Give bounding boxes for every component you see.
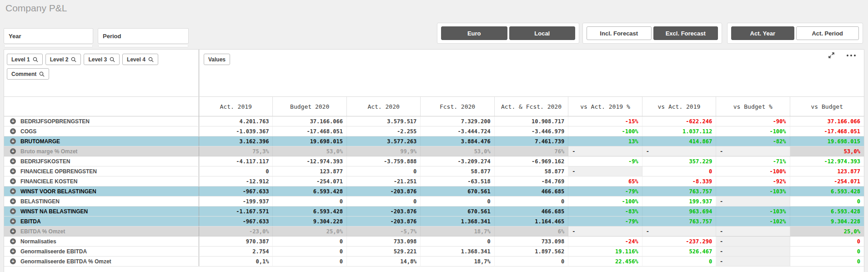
row-label-cell[interactable]: BELASTINGEN [4,196,199,206]
year-filter[interactable]: Year [4,28,93,44]
value-cell: 0 [421,237,494,246]
value-cell: -6.969.162 [495,156,568,166]
value-cell: 37.166.066 [790,116,864,126]
actuals-toggle-card: Act. YearAct. Period [727,23,863,44]
expand-row-icon[interactable] [10,238,16,244]
column-header[interactable]: Act. 2020 [347,97,421,116]
period-filter[interactable]: Period [98,28,189,44]
column-header[interactable]: vs Budget % [716,97,790,116]
value-cell: -3.444.724 [421,126,494,136]
value-cell: -203.876 [347,217,421,226]
dimension-button-label: Level 2 [50,56,69,63]
row-label: BRUTOMARGE [20,138,60,145]
column-header[interactable]: Budget 2020 [273,97,346,116]
expand-row-icon[interactable] [10,198,16,204]
forecast-toggle-incl-forecast[interactable]: Incl. Forecast [587,26,652,40]
pivot-toolbar: Level 1Level 2Level 3Level 4 Comment Val… [4,50,864,96]
dimension-button-level-1[interactable]: Level 1 [7,54,43,65]
column-header[interactable]: Act. & Fcst. 2020 [495,97,568,116]
value-cell: 0,1% [199,257,273,266]
values-button[interactable]: Values [204,54,230,65]
expand-row-icon[interactable] [10,118,16,124]
row-label-cell[interactable]: WINST NA BELASTINGEN [4,207,199,216]
column-header[interactable]: Fcst. 2020 [421,97,494,116]
value-cell: 19.116% [568,247,642,256]
row-label: Genormaliseerde EBITDA [20,248,87,255]
value-cell: 0 [347,196,421,206]
value-cell: 0 [421,196,494,206]
actuals-toggle-act-year[interactable]: Act. Year [731,26,794,40]
dimension-button-level-2[interactable]: Level 2 [45,54,81,65]
value-cell: - [716,227,790,236]
row-label-cell[interactable]: Bruto marge % Omzet [4,146,199,156]
row-label-cell[interactable]: BEDRIJFSKOSTEN [4,156,199,166]
table-row: COGS-1.039.367-17.468.051-2.255-3.444.72… [4,126,864,136]
value-cell: -23,0% [199,227,273,236]
expand-row-icon[interactable] [10,168,16,174]
row-label-cell[interactable]: Genormaliseerde EBITDA [4,247,199,256]
value-cell: 3.579.517 [347,116,421,126]
currency-toggle-local[interactable]: Local [509,26,576,40]
value-cell: - [716,237,790,246]
value-cell: 3.577.263 [347,136,421,146]
value-cell: -63.518 [421,176,494,186]
dimension-button-comment[interactable]: Comment [7,68,49,80]
value-cell: -21.251 [347,176,421,186]
row-label-cell[interactable]: BEDRIJFSOPBRENGSTEN [4,116,199,126]
dimension-button-level-4[interactable]: Level 4 [122,54,158,65]
value-cell: 14,8% [347,257,421,266]
value-cell: 0 [495,196,568,206]
column-header[interactable]: vs Budget [790,97,864,116]
row-label-cell[interactable]: COGS [4,126,199,136]
row-label-cell[interactable]: WINST VOOR BELASTINGEN [4,186,199,196]
value-cell: -84.769 [495,176,568,186]
expand-row-icon[interactable] [10,248,16,254]
value-cell: -5,7% [347,227,421,236]
value-cell: 123.877 [273,166,346,176]
row-label-cell[interactable]: EBITDA % Omzet [4,227,199,236]
row-label-cell[interactable]: FINANCIELE KOSTEN [4,176,199,186]
column-header[interactable]: vs Act. 2019 [642,97,716,116]
row-label-cell[interactable]: BRUTOMARGE [4,136,199,146]
row-label: BEDRIJFSKOSTEN [20,158,70,165]
period-filter-label: Period [103,33,121,40]
row-label-cell[interactable]: Genormaliseerde EBITDA % Omzet [4,257,199,266]
value-cell: -2.255 [347,126,421,136]
expand-row-icon[interactable] [10,188,16,194]
value-cell: 53,0% [273,146,346,156]
expand-row-icon[interactable] [10,208,16,214]
forecast-toggle-excl-forecast[interactable]: Excl. Forecast [653,26,718,40]
expand-row-icon[interactable] [10,258,16,264]
value-cell: 53,0% [421,146,494,156]
column-header[interactable]: vs Act. 2019 % [568,97,642,116]
ellipsis-icon[interactable] [847,55,856,56]
value-cell: -1.167.571 [199,207,273,216]
fullscreen-arrows-icon[interactable] [828,52,835,59]
expand-row-icon[interactable] [10,178,16,184]
expand-row-icon[interactable] [10,128,16,134]
dimension-buttons-zone: Level 1Level 2Level 3Level 4 Comment [4,50,199,96]
column-header[interactable]: Act. 2019 [199,97,273,116]
actuals-toggle-act-period[interactable]: Act. Period [796,26,859,40]
row-label: BELASTINGEN [20,198,60,205]
expand-row-icon[interactable] [10,138,16,144]
expand-row-icon[interactable] [10,228,16,234]
row-label-cell[interactable]: Normalisaties [4,237,199,246]
value-cell: -79% [568,186,642,196]
row-label-cell[interactable]: FINANCIELE OPBRENGSTEN [4,166,199,176]
expand-row-icon[interactable] [10,148,16,154]
value-cell: -4.117.117 [199,156,273,166]
value-cell: 0 [273,257,346,266]
expand-row-icon[interactable] [10,218,16,224]
currency-toggle-euro[interactable]: Euro [441,26,507,40]
row-label-cell[interactable]: EBITDA [4,217,199,226]
value-cell: 763.757 [642,217,716,226]
expand-row-icon[interactable] [10,158,16,164]
value-cell: 970.387 [199,237,273,246]
row-label: BEDRIJFSOPBRENGSTEN [20,118,90,125]
value-cell: - [568,166,642,176]
value-cell: -92% [716,176,790,186]
dimension-button-label: Level 4 [127,56,146,63]
value-cell: - [568,146,642,156]
dimension-button-level-3[interactable]: Level 3 [84,54,120,65]
